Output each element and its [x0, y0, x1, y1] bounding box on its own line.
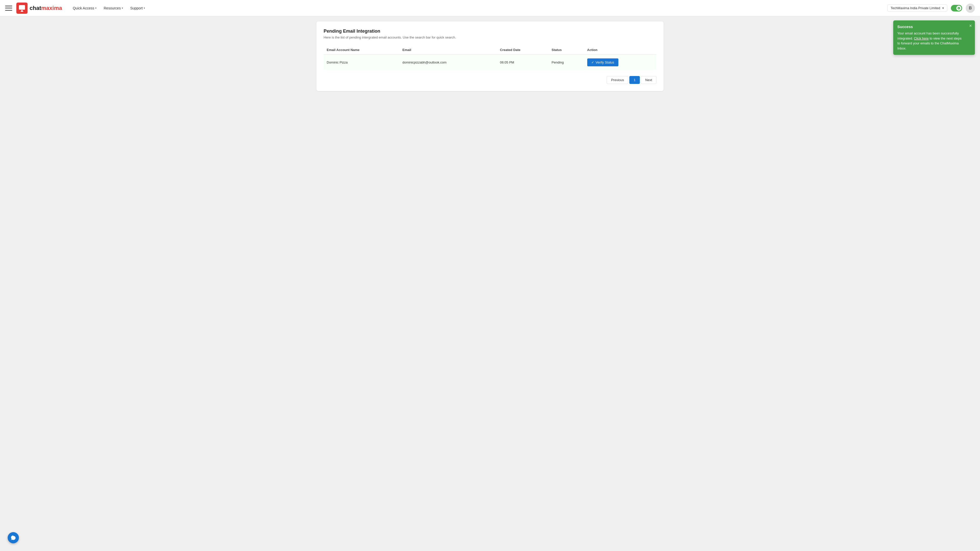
chevron-down-icon: ▾ [144, 6, 145, 10]
nav-quick-access[interactable]: Quick Access ▾ [70, 4, 100, 12]
company-selector[interactable]: TechMaxima India Private Limited ▾ [887, 4, 947, 12]
verify-status-button[interactable]: ✓ Verify Status [587, 59, 618, 66]
previous-button[interactable]: Previous [607, 76, 628, 84]
nav-support[interactable]: Support ▾ [127, 4, 148, 12]
success-toast: Success Your email account has been succ… [893, 21, 975, 55]
next-button[interactable]: Next [641, 76, 656, 84]
hamburger-menu[interactable] [5, 6, 12, 11]
col-action: Action [584, 45, 656, 55]
page-subtitle: Here is the list of pending intergrated … [324, 35, 656, 39]
avatar[interactable]: B [966, 3, 975, 13]
chevron-down-icon: ▾ [95, 6, 97, 10]
col-email: Email [399, 45, 497, 55]
page-title: Pending Email Integration [324, 29, 656, 34]
topbar-right: TechMaxima India Private Limited ▾ B [887, 3, 975, 13]
table-header: Email Account Name Email Created Date St… [324, 45, 656, 55]
toast-title: Success [897, 24, 965, 29]
table-body: Dominic Pizza dominicpizzabh@outlook.com… [324, 55, 656, 70]
nav-resources[interactable]: Resources ▾ [100, 4, 126, 12]
check-icon: ✓ [591, 60, 594, 64]
table-row: Dominic Pizza dominicpizzabh@outlook.com… [324, 55, 656, 70]
col-created-date: Created Date [497, 45, 549, 55]
col-email-account-name: Email Account Name [324, 45, 399, 55]
main-content: Pending Email Integration Here is the li… [311, 16, 669, 96]
logo-icon [16, 3, 27, 14]
main-nav: Quick Access ▾ Resources ▾ Support ▾ [70, 4, 148, 12]
cell-status: Pending [549, 55, 584, 70]
toast-link[interactable]: Click here [914, 37, 929, 40]
logo-text: chatmaxima [30, 5, 62, 11]
cell-created-date: 06:05 PM [497, 55, 549, 70]
settings-toggle[interactable] [951, 5, 962, 11]
pending-email-card: Pending Email Integration Here is the li… [317, 21, 663, 91]
logo: chatmaxima [16, 3, 62, 14]
topbar: chatmaxima Quick Access ▾ Resources ▾ Su… [0, 0, 980, 16]
chevron-down-icon: ▾ [942, 6, 944, 10]
chevron-down-icon: ▾ [122, 6, 123, 10]
svg-rect-0 [19, 5, 25, 10]
pagination: Previous 1 Next [324, 76, 656, 84]
cell-email: dominicpizzabh@outlook.com [399, 55, 497, 70]
col-status: Status [549, 45, 584, 55]
cell-account-name: Dominic Pizza [324, 55, 399, 70]
toast-body: Your email account has been successfully… [897, 31, 965, 51]
toggle-knob [956, 6, 961, 11]
email-accounts-table: Email Account Name Email Created Date St… [324, 45, 656, 70]
cell-action: ✓ Verify Status [584, 55, 656, 70]
chat-widget-button[interactable] [8, 532, 19, 543]
page-1-button[interactable]: 1 [629, 76, 640, 84]
toast-close-button[interactable]: × [969, 24, 972, 28]
